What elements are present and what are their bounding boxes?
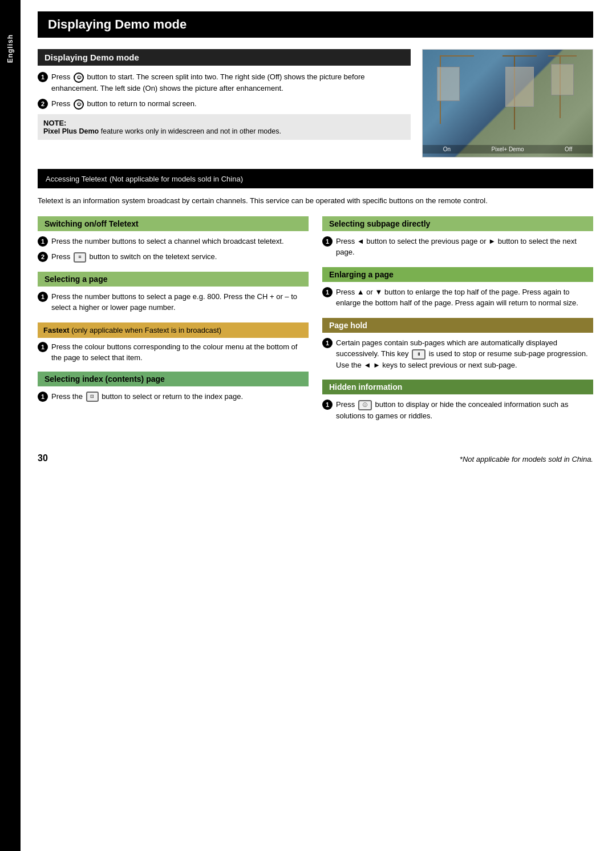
page-hold-step-1: 1 Certain pages contain sub-pages which … — [322, 337, 593, 371]
main-content: Displaying Demo mode Displaying Demo mod… — [21, 0, 616, 851]
selecting-page-section: Selecting a page 1 Press the number butt… — [38, 272, 309, 313]
demo-step-1: 1 Press ⏻ button to start. The screen sp… — [38, 71, 411, 94]
label-demo: Pixel+ Demo — [492, 146, 524, 152]
fastext-box: Fastext (only applicable when Fastext is… — [38, 322, 309, 338]
page-hold-step1-text: Certain pages contain sub-pages which ar… — [336, 337, 593, 371]
step-num-2: 2 — [38, 99, 48, 109]
selecting-page-header: Selecting a page — [38, 272, 309, 287]
switching-step-num-1: 1 — [38, 236, 48, 247]
subpage-header: Selecting subpage directly — [322, 216, 593, 231]
demo-mode-section: Displaying Demo mode 1 Press ⏻ button to… — [38, 49, 593, 158]
china-note: *Not applicable for models sold in China… — [460, 455, 593, 463]
menu-icon: ≡ — [74, 252, 86, 263]
sel-idx-step1-text: Press the ⊡ button to select or return t… — [51, 391, 309, 402]
page-hold-step-num-1: 1 — [322, 338, 333, 348]
hidden-info-step1-text: Press ⓘ button to display or hide the co… — [336, 399, 593, 421]
teletext-intro: Teletext is an information system broadc… — [38, 195, 593, 207]
switching-step1-text: Press the number buttons to select a cha… — [51, 236, 309, 247]
sidebar: English — [0, 0, 21, 851]
switching-step-1: 1 Press the number buttons to select a c… — [38, 236, 309, 247]
demo-step1-text: Press ⏻ button to start. The screen spli… — [51, 71, 411, 94]
fastext-title: Fastext — [43, 326, 70, 334]
note-title: NOTE: — [43, 119, 66, 127]
demo-text-area: Displaying Demo mode 1 Press ⏻ button to… — [38, 49, 411, 158]
page-number: 30 — [38, 453, 48, 463]
demo-step2-text: Press ⏻ button to return to normal scree… — [51, 98, 411, 110]
fastext-step-num-1: 1 — [38, 342, 48, 352]
teletext-subtitle: (Not applicable for models sold in China… — [110, 175, 243, 183]
power-icon-1: ⏻ — [74, 72, 84, 83]
sel-idx-step-num-1: 1 — [38, 392, 48, 402]
enlarging-header: Enlarging a page — [322, 267, 593, 282]
page-hold-section: Page hold 1 Certain pages contain sub-pa… — [322, 318, 593, 371]
hidden-icon: ⓘ — [358, 400, 372, 410]
hidden-info-step-1: 1 Press ⓘ button to display or hide the … — [322, 399, 593, 421]
hidden-info-header: Hidden information — [322, 380, 593, 394]
page-header: Displaying Demo mode — [38, 11, 593, 38]
page-title: Displaying Demo mode — [48, 17, 583, 32]
switching-teletext-section: Switching on/off Teletext 1 Press the nu… — [38, 216, 309, 263]
selecting-index-section: Selecting index (contents) page 1 Press … — [38, 372, 309, 402]
switching-step-num-2: 2 — [38, 252, 48, 262]
teletext-title: Accessing Teletext — [46, 175, 107, 183]
selecting-subpage-section: Selecting subpage directly 1 Press ◄ but… — [322, 216, 593, 258]
step-num-1: 1 — [38, 72, 48, 82]
selecting-index-header: Selecting index (contents) page — [38, 372, 309, 386]
enlarging-step-num-1: 1 — [322, 287, 333, 297]
selecting-index-step-1: 1 Press the ⊡ button to select or return… — [38, 391, 309, 402]
sidebar-language-label: English — [6, 34, 14, 63]
demo-image-container: On Pixel+ Demo Off — [422, 49, 593, 158]
right-column: Selecting subpage directly 1 Press ◄ but… — [322, 216, 593, 431]
label-on: On — [443, 146, 451, 152]
note-body: Pixel Plus Demo feature works only in wi… — [43, 127, 281, 135]
demo-section-header: Displaying Demo mode — [38, 49, 411, 66]
left-column: Switching on/off Teletext 1 Press the nu… — [38, 216, 309, 431]
hidden-info-step-num-1: 1 — [322, 400, 333, 410]
sel-page-step-num-1: 1 — [38, 292, 48, 302]
enlarging-step1-text: Press ▲ or ▼ button to enlarge the top h… — [336, 287, 593, 309]
fastext-step-1: 1 Press the colour buttons corresponding… — [38, 341, 309, 364]
demo-step-2: 2 Press ⏻ button to return to normal scr… — [38, 98, 411, 110]
power-icon-2: ⏻ — [74, 99, 84, 110]
selecting-page-step-1: 1 Press the number buttons to select a p… — [38, 291, 309, 313]
page-hold-icon: ⏸ — [412, 349, 425, 360]
footer: 30 *Not applicable for models sold in Ch… — [38, 442, 593, 463]
subpage-step1-text: Press ◄ button to select the previous pa… — [336, 236, 593, 258]
subpage-step-1: 1 Press ◄ button to select the previous … — [322, 236, 593, 258]
teletext-header: Accessing Teletext (Not applicable for m… — [38, 169, 593, 188]
note-box: NOTE: Pixel Plus Demo feature works only… — [38, 114, 411, 140]
label-off: Off — [565, 146, 572, 152]
two-col-layout: Switching on/off Teletext 1 Press the nu… — [38, 216, 593, 431]
switching-step2-text: Press ≡ button to switch on the teletext… — [51, 251, 309, 263]
enlarging-step-1: 1 Press ▲ or ▼ button to enlarge the top… — [322, 287, 593, 309]
hidden-info-section: Hidden information 1 Press ⓘ button to d… — [322, 380, 593, 421]
demo-image-labels: On Pixel+ Demo Off — [423, 145, 593, 154]
page-hold-header: Page hold — [322, 318, 593, 333]
demo-image: On Pixel+ Demo Off — [422, 49, 593, 158]
enlarging-section: Enlarging a page 1 Press ▲ or ▼ button t… — [322, 267, 593, 309]
subpage-step-num-1: 1 — [322, 236, 333, 247]
fastext-subtitle: (only applicable when Fastext is in broa… — [71, 326, 221, 334]
sel-page-step1-text: Press the number buttons to select a pag… — [51, 291, 309, 313]
switching-step-2: 2 Press ≡ button to switch on the telete… — [38, 251, 309, 263]
fastext-step1-text: Press the colour buttons corresponding t… — [51, 341, 309, 364]
index-icon: ⊡ — [86, 392, 99, 402]
switching-header: Switching on/off Teletext — [38, 216, 309, 231]
